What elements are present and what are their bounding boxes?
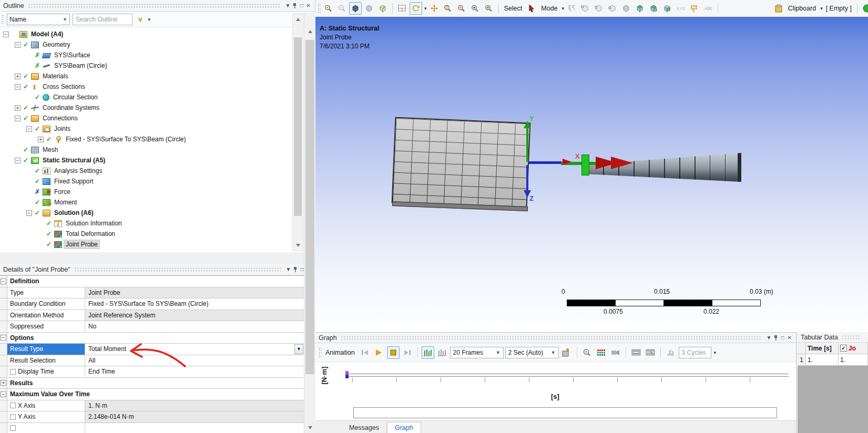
body-select-icon[interactable]	[620, 2, 632, 15]
zoom-play-icon[interactable]	[581, 346, 594, 359]
expand-icon[interactable]: +	[38, 137, 44, 142]
search-options-icon[interactable]: ▾	[148, 17, 151, 22]
collapse-icon[interactable]: −	[15, 116, 21, 121]
toolbar-drag-handle[interactable]	[319, 347, 322, 358]
search-input[interactable]	[73, 14, 132, 25]
pin-icon[interactable]	[291, 0, 298, 12]
collapse-icon[interactable]: −	[15, 42, 21, 48]
collapse-icon[interactable]: −	[1, 391, 6, 397]
tree-item-geometry[interactable]: −✓Geometry	[0, 39, 292, 50]
panel-menu-icon[interactable]: ▼	[765, 332, 772, 344]
collapse-icon[interactable]: −	[15, 84, 21, 90]
edge-select-icon[interactable]	[593, 2, 605, 15]
frames-select[interactable]: 20 Frames▼	[450, 347, 504, 358]
property-row-orientation-method[interactable]: Orientation MethodJoint Reference System	[0, 310, 304, 322]
dock-scrollbar[interactable]	[304, 13, 315, 433]
tree-item-sys-surface[interactable]: ✗SYS\Surface	[0, 50, 292, 60]
tree-item-coordinate-systems[interactable]: +✓Coordinate Systems	[0, 102, 292, 113]
section-row-definition[interactable]: −Definition	[0, 276, 304, 287]
section-row-max-value-over-time[interactable]: −Maximum Value Over Time	[0, 389, 304, 400]
element-select-icon[interactable]	[661, 2, 673, 15]
vertex-select-icon[interactable]	[579, 2, 591, 15]
close-icon[interactable]: ✕	[786, 332, 793, 344]
shaded-exterior-edges-icon[interactable]	[349, 2, 362, 15]
tree-item-model[interactable]: −Model (A4)	[0, 29, 292, 39]
collapse-icon[interactable]: −	[26, 210, 32, 216]
surface-body-mesh[interactable]	[392, 117, 531, 209]
property-row-result-selection[interactable]: Result SelectionAll	[0, 355, 304, 367]
maximize-icon[interactable]: □	[779, 332, 786, 344]
property-row-result-type[interactable]: Result TypeTotal Moment▼	[0, 344, 304, 355]
property-row-y-axis[interactable]: Y Axis2.148e-014 N·m	[0, 411, 304, 423]
tree-item-fixed-support[interactable]: ✓Fixed Support	[0, 176, 292, 187]
toolbar-drag-handle[interactable]	[318, 3, 321, 14]
tree-item-mesh[interactable]: ✓Mesh	[0, 145, 292, 155]
scroll-up-icon[interactable]	[305, 27, 314, 36]
tree-item-materials[interactable]: +✓Materials	[0, 71, 292, 81]
collapse-icon[interactable]: −	[15, 158, 21, 163]
shaded-exterior-icon[interactable]	[363, 2, 375, 15]
tree-item-connections[interactable]: −✓Connections	[0, 113, 292, 123]
tree-item-joints[interactable]: −✓Joints	[0, 123, 292, 134]
zoom-next-icon[interactable]	[335, 2, 348, 15]
tree-item-analysis-settings[interactable]: ✓Analysis Settings	[0, 166, 292, 176]
zoom-previous-icon[interactable]	[322, 2, 334, 15]
scroll-down-icon[interactable]	[294, 241, 302, 250]
column-checkbox[interactable]: ✓	[840, 345, 847, 352]
expand-icon[interactable]: +	[1, 380, 6, 386]
scrollbar-thumb[interactable]	[305, 40, 314, 374]
clipboard-dropdown-icon[interactable]: ▾	[820, 6, 823, 11]
viewports-icon[interactable]	[396, 2, 409, 15]
collapse-icon[interactable]: −	[1, 335, 6, 341]
collapse-icon[interactable]: −	[1, 279, 6, 284]
mode-label[interactable]: Mode	[539, 5, 559, 12]
outline-scrollbar[interactable]	[292, 14, 303, 251]
zoom-box-icon[interactable]	[442, 2, 454, 15]
x-axis-checkbox[interactable]	[10, 403, 16, 408]
filmstrip-icon[interactable]	[630, 346, 642, 359]
expand-icon[interactable]: +	[15, 105, 21, 111]
drag-handle[interactable]	[1, 14, 4, 25]
fe-selection-icon[interactable]	[565, 2, 578, 15]
mode-dropdown-icon[interactable]: ▾	[562, 6, 565, 11]
filter-type-combobox[interactable]: Name ▼	[7, 14, 70, 25]
face-select-icon[interactable]	[606, 2, 619, 15]
tab-messages[interactable]: Messages	[342, 422, 387, 433]
coordinates-readout-icon[interactable]	[675, 2, 687, 15]
display-time-checkbox[interactable]	[10, 369, 16, 375]
element-face-select-icon[interactable]	[647, 2, 660, 15]
camera-icon[interactable]	[609, 346, 622, 359]
section-row-results[interactable]: +Results	[0, 378, 304, 389]
tree-item-moment[interactable]: ✓Moment	[0, 197, 292, 208]
tree-item-total-deformation[interactable]: ✓Total Deformation	[0, 229, 292, 239]
uniform-result-icon[interactable]	[436, 346, 448, 359]
section-row-options[interactable]: −Options	[0, 333, 304, 344]
scroll-down-icon[interactable]	[305, 424, 314, 432]
maximize-icon[interactable]: □	[298, 0, 305, 12]
node-select-icon[interactable]	[634, 2, 646, 15]
zoom-selection-icon[interactable]	[483, 2, 495, 15]
cycles-select[interactable]: 3 Cycles	[679, 347, 711, 358]
collapse-icon[interactable]: −	[26, 126, 32, 132]
distributed-result-icon[interactable]	[422, 346, 434, 359]
panel-menu-icon[interactable]: ▼	[285, 264, 292, 275]
pan-icon[interactable]	[428, 2, 441, 15]
geometry-viewport[interactable]: A: Static Structural Joint Probe 7/6/202…	[315, 17, 868, 332]
tree-item-fixed-joint[interactable]: +✓Fixed - SYS\Surface To SYS\Beam (Circl…	[0, 134, 292, 145]
tree-item-cross-sections[interactable]: −✓Cross Sections	[0, 81, 292, 92]
probe-column-header[interactable]: ✓Jo	[839, 343, 868, 354]
time-column-header[interactable]: Time [s]	[806, 343, 839, 354]
tree-item-solution-information[interactable]: ✓Solution Information	[0, 218, 292, 229]
panel-menu-icon[interactable]: ▼	[284, 0, 291, 12]
clipboard-label[interactable]: Clipboard	[786, 5, 819, 12]
expand-search-icon[interactable]: ∨	[135, 15, 146, 23]
export-video-icon[interactable]	[560, 346, 573, 359]
property-row-type[interactable]: TypeJoint Probe	[0, 287, 304, 299]
selection-sphere-icon[interactable]	[861, 2, 868, 15]
result-contours-icon[interactable]	[595, 346, 608, 359]
tree-item-joint-probe[interactable]: ✓Joint Probe	[0, 239, 292, 250]
scroll-up-icon[interactable]	[294, 15, 302, 24]
collapse-icon[interactable]: −	[3, 32, 9, 37]
timeline-track[interactable]	[346, 374, 789, 377]
duration-select[interactable]: 2 Sec (Auto)▼	[505, 347, 559, 358]
